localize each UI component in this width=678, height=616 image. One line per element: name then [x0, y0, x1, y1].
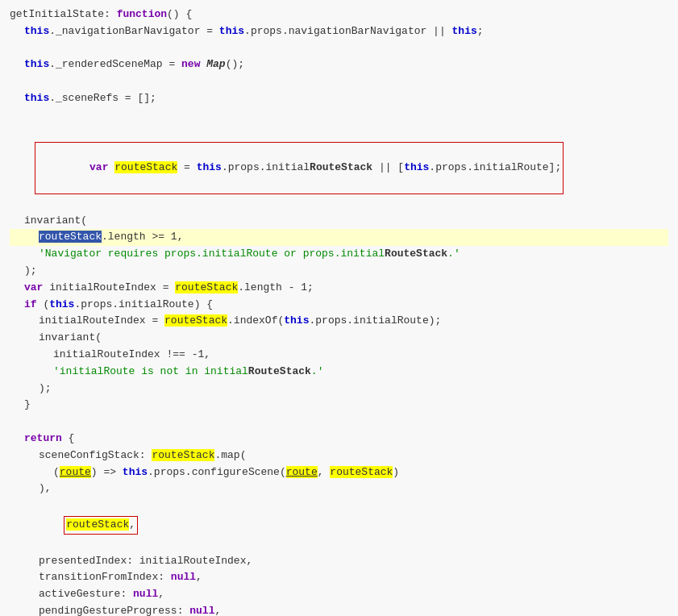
code-line-17: initialRouteIndex !== -1, [10, 347, 668, 364]
code-line-15: initialRouteIndex = routeStack.indexOf(t… [10, 313, 668, 330]
code-line-blank2 [10, 73, 668, 90]
code-line-8: var routeStack = this.props.initialRoute… [10, 124, 668, 213]
code-line-20: } [10, 397, 668, 414]
code-line-6: this._sceneRefs = []; [10, 90, 668, 107]
code-line-11: 'Navigator requires props.initialRoute o… [10, 246, 668, 263]
code-line-27: presentedIndex: initialRouteIndex, [10, 553, 668, 570]
code-line-16: invariant( [10, 330, 668, 347]
code-line-29: activeGesture: null, [10, 586, 668, 603]
code-line-23: sceneConfigStack: routeStack.map( [10, 447, 668, 464]
code-line-blank1 [10, 40, 668, 57]
code-line-25: ), [10, 481, 668, 497]
code-line-30: pendingGestureProgress: null, [10, 603, 668, 616]
code-line-26: routeStack, [10, 497, 668, 552]
code-line-22: return { [10, 431, 668, 447]
code-line-28: transitionFromIndex: null, [10, 569, 668, 586]
code-line-1: getInitialState: function() { [10, 6, 668, 23]
code-line-24: (route) => this.props.configureScene(rou… [10, 464, 668, 481]
code-line-2: this._navigationBarNavigator = this.prop… [10, 23, 668, 40]
code-line-blank4 [10, 414, 668, 431]
code-line-10: routeStack.length >= 1, [10, 229, 668, 246]
code-line-18: 'initialRoute is not in initialRouteStac… [10, 364, 668, 381]
code-line-9: invariant( [10, 213, 668, 230]
code-line-13: var initialRouteIndex = routeStack.lengt… [10, 280, 668, 297]
code-line-14: if (this.props.initialRoute) { [10, 297, 668, 314]
code-line-4: this._renderedSceneMap = new Map(); [10, 56, 668, 73]
code-line-12: ); [10, 263, 668, 280]
code-line-19: ); [10, 381, 668, 397]
code-container: getInitialState: function() { this._navi… [0, 0, 678, 616]
code-line-blank3 [10, 107, 668, 124]
